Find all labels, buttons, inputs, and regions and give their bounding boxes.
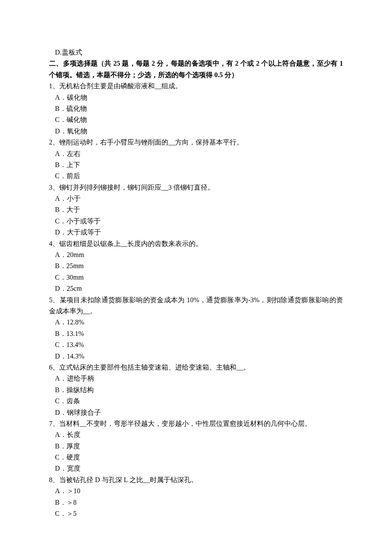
question-7-option-d: D．宽度	[49, 463, 343, 474]
question-4-option-c: C．30mm	[49, 272, 343, 283]
question-8-option-b: B．＞8	[49, 497, 343, 508]
question-5-option-b: B．13.1%	[49, 328, 343, 339]
question-8: 8、当被钻孔径 D 与孔深 L 之比__时属于钻深孔。	[49, 474, 343, 486]
question-3-option-b: B．大于	[49, 204, 343, 215]
question-3-option-d: D．大于或等于	[49, 227, 343, 238]
question-1-option-a: A．碳化物	[49, 92, 343, 103]
question-6-option-d: D．钢球接合子	[49, 407, 343, 418]
question-8-option-a: A．＞10	[49, 486, 343, 497]
question-3: 3、铆钉并列排列铆接时，铆钉间距应__3 倍铆钉直径。	[49, 182, 343, 193]
questions-container: 1、无机粘合剂主要是由磷酸溶液和__组成。A．碳化物B．硫化物C．碱化物D．氧化…	[49, 81, 343, 519]
question-2-option-b: B．上下	[49, 159, 343, 171]
question-2-option-a: A．左右	[49, 148, 343, 159]
question-3-option-a: A．小于	[49, 193, 343, 204]
question-7-option-c: C．硬度	[49, 452, 343, 463]
question-1: 1、无机粘合剂主要是由磷酸溶液和__组成。	[49, 81, 343, 92]
question-8-option-c: C．＞5	[49, 508, 343, 519]
question-6-option-a: A．进给手柄	[49, 373, 343, 384]
question-6-option-c: C．齿条	[49, 396, 343, 407]
question-5-option-c: C．13.4%	[49, 339, 343, 350]
question-4-option-d: D．25cm	[49, 283, 343, 294]
question-1-option-b: B．硫化物	[49, 103, 343, 114]
question-5-option-d: D．14.3%	[49, 351, 343, 362]
question-6-option-b: B．操纵结构	[49, 384, 343, 396]
question-5: 5、某项目未扣除通货膨胀影响的资金成本为 10%，通货膨胀率为-3%，则扣除通货…	[49, 295, 343, 317]
question-6: 6、立式钻床的主要部件包括主轴变速箱、进给变速箱、主轴和__。	[49, 362, 343, 373]
question-4: 4、锯齿粗细是以锯条上__长度内的齿数来表示的。	[49, 238, 343, 249]
question-7-option-a: A．长度	[49, 429, 343, 440]
question-7-option-b: B．厚度	[49, 441, 343, 452]
question-4-option-a: A．20mm	[49, 249, 343, 260]
question-1-option-c: C．碱化物	[49, 114, 343, 125]
question-7: 7、当材料__不变时，弯形半径越大，变形越小，中性层位置愈接近材料的几何中心层。	[49, 418, 343, 429]
question-4-option-b: B．25mm	[49, 260, 343, 272]
question-2: 2、锉削运动时，右手小臂应与锉削面的__方向，保持基本平行。	[49, 137, 343, 148]
question-2-option-c: C．前后	[49, 171, 343, 182]
question-3-option-c: C．小于或等于	[49, 216, 343, 227]
question-5-option-a: A．12.8%	[49, 317, 343, 328]
section-header: 二、多项选择题（共 25 题，每题 2 分，每题的备选项中，有 2 个或 2 个…	[49, 58, 343, 81]
previous-option-d: D.盖板式	[49, 47, 343, 58]
question-1-option-d: D．氧化物	[49, 126, 343, 137]
